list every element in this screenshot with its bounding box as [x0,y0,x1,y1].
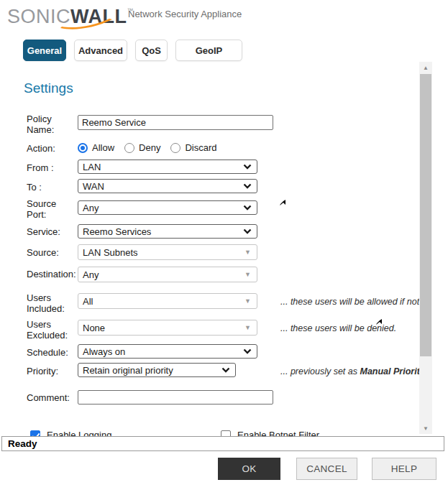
tab-geoip[interactable]: GeoIP [175,40,242,61]
source-select[interactable]: LAN Subnets ▼ [78,244,257,260]
source-label: Source: [27,247,76,258]
comment-label: Comment: [27,392,84,403]
appliance-subtitle: Network Security Appliance [128,9,242,19]
scroll-down-icon[interactable]: ▼ [419,422,432,434]
policy-name-input[interactable] [78,115,273,130]
priority-note-prefix: ... previously set as [280,366,360,376]
triangle-down-icon: ▼ [244,249,251,256]
schedule-select[interactable]: Always on [78,344,257,359]
to-label: To : [27,182,76,193]
service-select-value: Reemo Services [83,226,151,237]
source-port-label: Source Port: [27,198,76,220]
users-excluded-label: Users Excluded: [27,319,76,341]
schedule-select-value: Always on [83,346,125,357]
vertical-scrollbar[interactable]: ▲ ▼ [419,62,432,434]
destination-label: Destination: [27,269,84,279]
ok-button[interactable]: OK [218,458,280,480]
users-included-note: ... these users will be allowed if not [280,297,419,307]
tab-general[interactable]: General [23,40,66,61]
priority-label: Priority: [27,366,76,376]
triangle-down-icon: ▼ [244,271,251,278]
status-text: Ready [8,438,37,449]
triangle-down-icon: ▼ [244,297,251,305]
schedule-label: Schedule: [27,347,84,358]
chevron-down-icon [243,205,252,211]
tab-bar: General Advanced QoS GeoIP [23,40,242,61]
from-select[interactable]: LAN [78,160,257,174]
source-port-select-value: Any [83,203,99,213]
chevron-down-icon [221,367,230,373]
source-port-select[interactable]: Any [78,200,257,215]
users-included-select-value: All [83,296,93,307]
users-included-select[interactable]: All ▼ [78,293,257,309]
tab-qos[interactable]: QoS [135,40,168,61]
chevron-down-icon [243,228,252,234]
page-title: Settings [24,80,73,96]
logo-text-wall: WALL [70,6,127,27]
radio-deny[interactable] [124,143,134,153]
firewall-policy-dialog: SONICWALL™ Network Security Appliance Ge… [0,0,448,490]
source-select-value: LAN Subnets [83,247,138,258]
policy-name-label: Policy Name: [27,114,76,135]
status-bar: Ready [1,436,444,451]
scrollbar-thumb[interactable] [420,74,431,356]
priority-select-value: Retain original priority [83,365,173,376]
chevron-down-icon [243,183,252,189]
cancel-button[interactable]: CANCEL [296,458,357,480]
tab-advanced[interactable]: Advanced [74,40,127,61]
service-select[interactable]: Reemo Services [78,224,257,239]
service-label: Service: [27,226,76,237]
destination-select[interactable]: Any ▼ [78,267,257,282]
to-select[interactable]: WAN [78,179,257,193]
logo-text-sonic: SONIC [7,6,70,27]
radio-allow[interactable] [78,143,88,153]
radio-deny-label: Deny [139,142,160,153]
comment-input[interactable] [78,390,273,405]
from-select-value: LAN [83,162,101,172]
priority-note-bold: Manual Priority [360,366,419,376]
sonicwall-logo: SONICWALL™ [7,6,134,28]
users-excluded-select[interactable]: None ▼ [78,320,257,336]
priority-note: ... previously set as Manual Priority [280,366,419,376]
users-excluded-select-value: None [83,323,105,333]
action-radio-group: Allow Deny Discard [78,142,223,153]
chevron-down-icon [243,164,252,170]
destination-select-value: Any [83,269,99,280]
radio-discard[interactable] [170,143,180,153]
cursor-artifact-icon [280,200,286,206]
cursor-artifact-icon [376,319,383,325]
scroll-up-icon[interactable]: ▲ [419,62,432,73]
from-label: From : [27,162,76,173]
triangle-down-icon: ▼ [244,324,251,331]
help-button[interactable]: HELP [372,458,436,480]
chevron-down-icon [243,348,252,354]
radio-allow-label: Allow [92,142,114,153]
users-included-label: Users Included: [27,292,76,314]
radio-discard-label: Discard [185,142,216,153]
action-label: Action: [27,143,84,154]
priority-select[interactable]: Retain original priority [78,363,236,377]
to-select-value: WAN [83,181,104,192]
